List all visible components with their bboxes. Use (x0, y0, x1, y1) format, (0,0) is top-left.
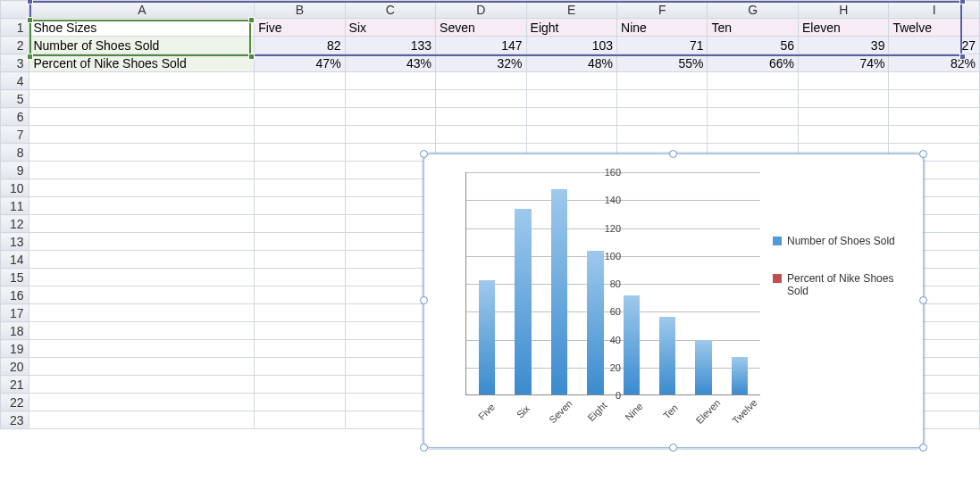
row-header[interactable]: 2 (1, 37, 29, 54)
row-header[interactable]: 8 (1, 144, 29, 162)
row-header[interactable]: 6 (1, 108, 29, 126)
cell[interactable] (255, 233, 345, 251)
legend-item[interactable]: Number of Shoes Sold (773, 235, 916, 247)
chart-handle[interactable] (420, 444, 428, 452)
cell[interactable]: 71 (617, 37, 708, 54)
row-header[interactable]: 11 (1, 197, 29, 215)
cell[interactable] (526, 72, 616, 90)
row-header[interactable]: 7 (1, 126, 29, 144)
col-header[interactable]: D (436, 1, 526, 19)
cell[interactable] (345, 322, 435, 340)
cell[interactable] (255, 90, 345, 108)
cell[interactable]: 55% (617, 54, 708, 72)
selection-handle[interactable] (248, 54, 255, 60)
cell[interactable] (345, 376, 435, 394)
row-header[interactable]: 21 (1, 376, 29, 394)
cell[interactable] (798, 108, 888, 126)
row-header[interactable]: 12 (1, 215, 29, 233)
cell[interactable] (798, 72, 888, 90)
cell[interactable] (436, 90, 526, 108)
cell[interactable] (255, 358, 345, 376)
cell[interactable]: 32% (436, 54, 526, 72)
cell[interactable]: 27 (889, 37, 980, 54)
cell[interactable] (29, 215, 255, 233)
cell[interactable]: Twelve (889, 19, 980, 37)
cell[interactable] (345, 411, 435, 429)
cell[interactable] (29, 411, 255, 429)
cell[interactable] (345, 358, 435, 376)
cell[interactable] (617, 108, 708, 126)
cell[interactable] (708, 72, 798, 90)
cell[interactable] (345, 197, 435, 215)
row-header[interactable]: 3 (1, 54, 29, 72)
cell[interactable]: Eleven (798, 19, 888, 37)
cell[interactable] (617, 90, 708, 108)
row-header[interactable]: 22 (1, 394, 29, 411)
cell[interactable] (29, 340, 255, 358)
cell[interactable] (29, 179, 255, 197)
selection-handle[interactable] (248, 17, 255, 23)
cell[interactable]: 47% (255, 54, 345, 72)
cell[interactable] (29, 162, 255, 179)
cell[interactable] (345, 72, 435, 90)
cell[interactable] (29, 72, 255, 90)
cell[interactable] (526, 108, 616, 126)
row-header[interactable]: 10 (1, 179, 29, 197)
selection-handle[interactable] (27, 0, 33, 4)
col-header[interactable]: E (526, 1, 616, 19)
chart-handle[interactable] (919, 296, 927, 304)
cell[interactable] (345, 90, 435, 108)
cell[interactable]: 43% (345, 54, 435, 72)
row-header[interactable]: 4 (1, 72, 29, 90)
select-all-corner[interactable] (1, 1, 29, 19)
cell[interactable]: 56 (708, 37, 798, 54)
embedded-chart[interactable]: 020406080100120140160 FiveSixSevenEightN… (423, 154, 924, 448)
cell[interactable] (345, 304, 435, 322)
cell[interactable] (345, 340, 435, 358)
cell[interactable] (29, 286, 255, 304)
cell[interactable] (255, 72, 345, 90)
cell[interactable]: 147 (436, 37, 526, 54)
cell[interactable]: Eight (526, 19, 616, 37)
cell[interactable] (29, 197, 255, 215)
cell[interactable] (29, 394, 255, 411)
cell[interactable] (436, 72, 526, 90)
cell[interactable] (255, 251, 345, 269)
col-header[interactable]: H (798, 1, 888, 19)
cell[interactable] (345, 233, 435, 251)
chart-handle[interactable] (669, 444, 677, 452)
row-header[interactable]: 20 (1, 358, 29, 376)
cell[interactable] (255, 144, 345, 162)
selection-handle[interactable] (27, 17, 33, 23)
cell[interactable] (708, 108, 798, 126)
cell[interactable]: 74% (798, 54, 888, 72)
cell[interactable]: 133 (345, 37, 435, 54)
cell[interactable]: 39 (798, 37, 888, 54)
cell[interactable] (889, 126, 980, 144)
selection-handle[interactable] (959, 0, 966, 4)
cell[interactable] (345, 108, 435, 126)
cell[interactable] (255, 286, 345, 304)
cell[interactable] (29, 269, 255, 286)
cell[interactable] (617, 126, 708, 144)
cell[interactable] (798, 90, 888, 108)
col-header[interactable]: A (29, 1, 255, 19)
row-header[interactable]: 1 (1, 19, 29, 37)
bar[interactable] (587, 251, 603, 394)
cell[interactable] (255, 376, 345, 394)
cell[interactable]: Nine (617, 19, 708, 37)
cell[interactable] (436, 108, 526, 126)
bar[interactable] (659, 317, 675, 395)
col-header[interactable]: B (255, 1, 345, 19)
cell[interactable] (255, 269, 345, 286)
cell[interactable] (708, 90, 798, 108)
cell[interactable] (29, 358, 255, 376)
row-header[interactable]: 13 (1, 233, 29, 251)
cell[interactable] (345, 215, 435, 233)
legend-item[interactable]: Percent of Nike Shoes Sold (773, 272, 916, 297)
row-header[interactable]: 5 (1, 90, 29, 108)
bar[interactable] (479, 280, 495, 394)
cell[interactable] (255, 304, 345, 322)
row-header[interactable]: 23 (1, 411, 29, 429)
col-header[interactable]: F (617, 1, 708, 19)
